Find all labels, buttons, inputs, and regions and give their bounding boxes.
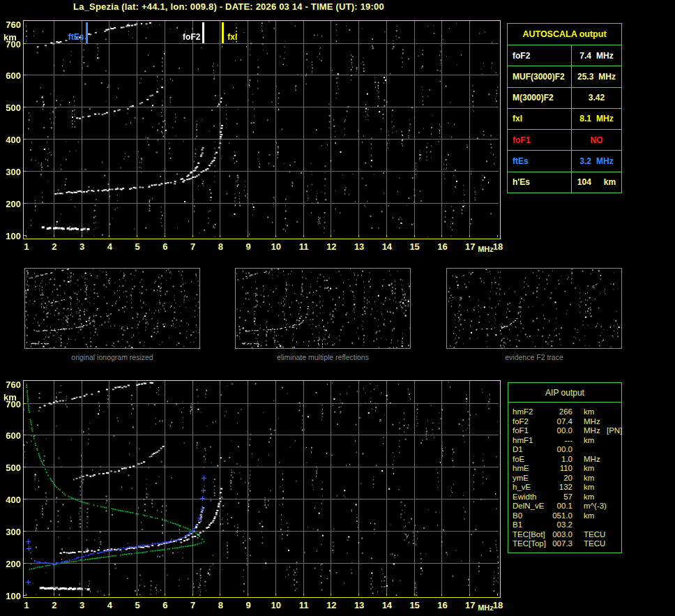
y-tick-label: 100 <box>2 591 21 601</box>
x-tick-label: 3 <box>75 241 90 252</box>
aip-unit: km <box>584 407 607 417</box>
aip-value: 57 <box>549 493 572 502</box>
y-tick-label: 200 <box>2 199 21 209</box>
x-tick-label: 2 <box>47 241 62 252</box>
x-tick-label: 15 <box>407 600 423 610</box>
aip-table: AIP output hmF2266kmfoF207.4MHzfoF100.0M… <box>508 382 622 553</box>
x-tick-label: 9 <box>241 600 256 610</box>
aip-label: hmE <box>513 464 549 474</box>
y-tick-label: 500 <box>2 103 21 113</box>
table-row: foF27.4MHz <box>508 45 621 66</box>
ionogram-top-canvas <box>24 21 499 237</box>
aip-label: h_vE <box>513 483 549 493</box>
table-row: MUF(3000)F225.3MHz <box>508 66 621 87</box>
aip-label: Ewidth <box>513 493 549 502</box>
aip-value: 003.0 <box>549 530 572 540</box>
marker-label-ftEs: ftEs <box>39 32 84 42</box>
aip-value: 07.4 <box>549 417 572 427</box>
x-tick-label: 17 <box>462 241 478 252</box>
table-row: foF100.0MHz[PN] <box>508 426 621 436</box>
y-tick-label: 200 <box>2 559 21 569</box>
y-axis-unit-label: km <box>3 392 22 403</box>
y-tick-label: 760 <box>2 380 21 390</box>
aip-label: foF1 <box>513 426 549 436</box>
autoscala-table: AUTOSCALA output foF27.4MHzMUF(3000)F225… <box>507 23 622 193</box>
aip-label: foE <box>513 455 549 465</box>
aip-value: 00.0 <box>549 426 572 436</box>
x-tick-label: 6 <box>158 241 173 252</box>
thumbnail-original-canvas <box>25 269 199 348</box>
x-tick-label: 12 <box>324 600 339 610</box>
table-row: DelN_vE00.1m^(-3) <box>508 502 621 511</box>
table-row: h'Es104km <box>508 172 621 193</box>
table-row: hmF1---km <box>508 436 621 446</box>
x-tick-label: 9 <box>241 241 256 252</box>
aip-label: TEC[Bot] <box>513 530 549 540</box>
autoscala-row-label: MUF(3000)F2 <box>508 66 572 87</box>
aip-value: 00.0 <box>549 445 572 455</box>
aip-label: B0 <box>513 511 549 521</box>
ionogram-top-plot: 760700600500400300200100km12345678910111… <box>23 20 501 239</box>
aip-unit: TECU <box>584 530 607 540</box>
table-row: Ewidth57km <box>508 493 621 502</box>
aip-label: ymE <box>513 474 549 483</box>
aip-label: hmF1 <box>513 436 549 446</box>
aip-header: AIP output <box>508 383 621 403</box>
aip-label: foF2 <box>513 417 549 427</box>
autoscala-row-value: 3.2MHz <box>572 151 621 171</box>
autoscala-row-value: 104km <box>572 172 621 193</box>
x-tick-label: 7 <box>185 241 201 252</box>
x-tick-label: 11 <box>296 600 312 610</box>
x-tick-label: 13 <box>351 241 367 252</box>
x-tick-label: 16 <box>434 241 450 252</box>
x-tick-label: 14 <box>379 241 395 252</box>
table-row: ymE20km <box>508 474 621 483</box>
x-tick-label: 10 <box>268 241 284 252</box>
x-tick-label: 11 <box>296 241 312 252</box>
aip-label: hmF2 <box>513 407 549 417</box>
table-row: foE1.0MHz <box>508 455 621 465</box>
x-tick-label: 14 <box>379 600 395 610</box>
marker-label-foF2: foF2 <box>156 32 200 42</box>
thumbnail-eliminate-reflections <box>235 268 411 349</box>
autoscala-row-label: foF2 <box>508 45 572 66</box>
x-tick-label: 4 <box>102 241 117 252</box>
autoscala-row-value: 3.42 <box>572 88 621 108</box>
thumbnail-eliminate-canvas <box>236 269 410 348</box>
table-row: foF1NO <box>508 130 621 151</box>
aip-value: 03.2 <box>549 520 572 530</box>
thumbnail-caption-eliminate: eliminate multiple reflections <box>235 353 411 361</box>
autoscala-row-value: NO <box>572 130 621 150</box>
aip-value: 1.0 <box>549 455 572 465</box>
aip-value: 051.0 <box>549 511 572 521</box>
thumbnail-caption-original: original ionogram resized <box>24 353 200 361</box>
aip-value: 132 <box>549 483 572 493</box>
y-tick-label: 300 <box>2 527 21 537</box>
aip-value: 20 <box>549 474 572 483</box>
table-row: TEC[Bot]003.0TECU <box>508 530 621 540</box>
y-tick-label: 600 <box>2 430 21 441</box>
aip-extra: [PN] <box>607 426 622 436</box>
thumbnail-evidence-canvas <box>447 269 621 348</box>
aip-unit <box>584 445 607 455</box>
y-tick-label: 500 <box>2 463 21 473</box>
aip-unit: m^(-3) <box>584 502 607 511</box>
x-tick-label: 2 <box>47 600 62 610</box>
autoscala-rows: foF27.4MHzMUF(3000)F225.3MHzM(3000)F23.4… <box>508 45 621 193</box>
table-row: B103.2 <box>508 520 621 530</box>
aip-label: DelN_vE <box>513 502 549 511</box>
x-tick-label: 12 <box>324 241 339 252</box>
x-tick-label: 1 <box>19 241 34 252</box>
x-axis-unit-label: MHz <box>478 245 494 253</box>
y-tick-label: 400 <box>2 495 21 505</box>
aip-value: 266 <box>549 407 572 417</box>
x-tick-label: 6 <box>158 600 173 610</box>
x-tick-label: 7 <box>185 600 201 610</box>
aip-rows: hmF2266kmfoF207.4MHzfoF100.0MHz[PN]hmF1-… <box>508 403 621 549</box>
aip-unit: km <box>584 474 607 483</box>
aip-unit: km <box>584 464 607 474</box>
thumbnail-evidence-f2 <box>446 268 622 349</box>
x-tick-label: 3 <box>75 600 90 610</box>
y-tick-label: 100 <box>2 231 21 241</box>
aip-value: --- <box>549 436 572 446</box>
